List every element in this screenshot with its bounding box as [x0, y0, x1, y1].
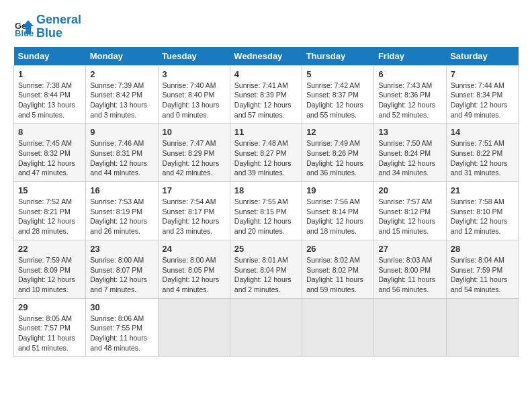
day-number: 6 [378, 69, 441, 79]
day-number: 11 [234, 127, 298, 137]
day-info: Sunrise: 7:49 AMSunset: 8:26 PMDaylight:… [306, 138, 369, 178]
calendar-cell: 22Sunrise: 7:59 AMSunset: 8:09 PMDayligh… [14, 240, 86, 298]
day-info: Sunrise: 8:01 AMSunset: 8:04 PMDaylight:… [234, 255, 298, 295]
column-header-thursday: Thursday [302, 47, 374, 66]
day-number: 9 [90, 127, 153, 137]
day-info: Sunrise: 7:56 AMSunset: 8:14 PMDaylight:… [306, 197, 369, 236]
calendar-cell: 21Sunrise: 7:58 AMSunset: 8:10 PMDayligh… [446, 182, 518, 240]
calendar-cell: 8Sunrise: 7:45 AMSunset: 8:32 PMDaylight… [14, 124, 86, 182]
day-number: 12 [306, 127, 369, 137]
day-number: 14 [451, 127, 514, 137]
day-info: Sunrise: 7:45 AMSunset: 8:32 PMDaylight:… [18, 138, 81, 178]
calendar-cell: 16Sunrise: 7:53 AMSunset: 8:19 PMDayligh… [86, 182, 158, 240]
calendar-cell [374, 298, 446, 357]
calendar-cell: 18Sunrise: 7:55 AMSunset: 8:15 PMDayligh… [230, 182, 302, 240]
day-number: 5 [306, 69, 369, 79]
day-info: Sunrise: 7:52 AMSunset: 8:21 PMDaylight:… [18, 197, 81, 236]
calendar-cell: 30Sunrise: 8:06 AMSunset: 7:55 PMDayligh… [86, 298, 158, 357]
calendar-cell: 29Sunrise: 8:05 AMSunset: 7:57 PMDayligh… [14, 298, 86, 357]
day-info: Sunrise: 7:48 AMSunset: 8:27 PMDaylight:… [234, 138, 298, 178]
day-number: 21 [451, 185, 514, 195]
logo-text: General Blue [36, 13, 81, 40]
day-number: 24 [163, 244, 226, 254]
day-info: Sunrise: 8:04 AMSunset: 7:59 PMDaylight:… [451, 255, 514, 295]
day-info: Sunrise: 7:41 AMSunset: 8:39 PMDaylight:… [234, 81, 298, 120]
day-number: 16 [90, 185, 153, 195]
column-header-tuesday: Tuesday [158, 47, 230, 66]
day-info: Sunrise: 8:00 AMSunset: 8:07 PMDaylight:… [90, 255, 153, 295]
day-info: Sunrise: 7:59 AMSunset: 8:09 PMDaylight:… [18, 255, 81, 295]
day-number: 20 [378, 185, 441, 195]
day-number: 19 [306, 185, 369, 195]
calendar-table: SundayMondayTuesdayWednesdayThursdayFrid… [13, 47, 519, 357]
calendar-cell: 6Sunrise: 7:43 AMSunset: 8:36 PMDaylight… [374, 65, 446, 124]
day-number: 30 [90, 302, 153, 312]
calendar-week-3: 15Sunrise: 7:52 AMSunset: 8:21 PMDayligh… [14, 182, 519, 240]
day-number: 15 [18, 185, 81, 195]
calendar-cell: 27Sunrise: 8:03 AMSunset: 8:00 PMDayligh… [374, 240, 446, 298]
day-number: 25 [234, 244, 298, 254]
column-header-monday: Monday [86, 47, 158, 66]
calendar-cell: 24Sunrise: 8:00 AMSunset: 8:05 PMDayligh… [158, 240, 230, 298]
calendar-cell [230, 298, 302, 357]
calendar-cell: 11Sunrise: 7:48 AMSunset: 8:27 PMDayligh… [230, 124, 302, 182]
day-number: 3 [163, 69, 226, 79]
day-info: Sunrise: 7:53 AMSunset: 8:19 PMDaylight:… [90, 197, 153, 236]
day-info: Sunrise: 7:57 AMSunset: 8:12 PMDaylight:… [378, 197, 441, 236]
day-info: Sunrise: 8:03 AMSunset: 8:00 PMDaylight:… [378, 255, 441, 295]
day-number: 2 [90, 69, 153, 79]
calendar-cell: 14Sunrise: 7:51 AMSunset: 8:22 PMDayligh… [446, 124, 518, 182]
calendar-week-1: 1Sunrise: 7:38 AMSunset: 8:44 PMDaylight… [14, 65, 519, 124]
day-info: Sunrise: 7:42 AMSunset: 8:37 PMDaylight:… [306, 81, 369, 120]
day-info: Sunrise: 8:02 AMSunset: 8:02 PMDaylight:… [306, 255, 369, 295]
calendar-cell: 25Sunrise: 8:01 AMSunset: 8:04 PMDayligh… [230, 240, 302, 298]
day-number: 7 [451, 69, 514, 79]
calendar-cell: 23Sunrise: 8:00 AMSunset: 8:07 PMDayligh… [86, 240, 158, 298]
day-number: 22 [18, 244, 81, 254]
day-number: 1 [18, 69, 81, 79]
day-info: Sunrise: 8:00 AMSunset: 8:05 PMDaylight:… [163, 255, 226, 295]
logo-icon: Gen Blue [13, 17, 34, 37]
calendar-cell: 2Sunrise: 7:39 AMSunset: 8:42 PMDaylight… [86, 65, 158, 124]
logo: Gen Blue General Blue [13, 13, 81, 40]
calendar-cell: 20Sunrise: 7:57 AMSunset: 8:12 PMDayligh… [374, 182, 446, 240]
calendar-cell: 17Sunrise: 7:54 AMSunset: 8:17 PMDayligh… [158, 182, 230, 240]
day-info: Sunrise: 7:40 AMSunset: 8:40 PMDaylight:… [163, 81, 226, 120]
column-header-wednesday: Wednesday [230, 47, 302, 66]
day-number: 18 [234, 185, 298, 195]
calendar-cell: 5Sunrise: 7:42 AMSunset: 8:37 PMDaylight… [302, 65, 374, 124]
day-info: Sunrise: 7:39 AMSunset: 8:42 PMDaylight:… [90, 81, 153, 120]
day-number: 27 [378, 244, 441, 254]
day-info: Sunrise: 7:38 AMSunset: 8:44 PMDaylight:… [18, 81, 81, 120]
calendar-cell: 12Sunrise: 7:49 AMSunset: 8:26 PMDayligh… [302, 124, 374, 182]
calendar-cell: 1Sunrise: 7:38 AMSunset: 8:44 PMDaylight… [14, 65, 86, 124]
calendar-cell: 7Sunrise: 7:44 AMSunset: 8:34 PMDaylight… [446, 65, 518, 124]
calendar-cell: 9Sunrise: 7:46 AMSunset: 8:31 PMDaylight… [86, 124, 158, 182]
day-info: Sunrise: 7:51 AMSunset: 8:22 PMDaylight:… [451, 138, 514, 178]
day-info: Sunrise: 7:46 AMSunset: 8:31 PMDaylight:… [90, 138, 153, 178]
calendar-week-2: 8Sunrise: 7:45 AMSunset: 8:32 PMDaylight… [14, 124, 519, 182]
day-number: 23 [90, 244, 153, 254]
day-info: Sunrise: 7:47 AMSunset: 8:29 PMDaylight:… [163, 138, 226, 178]
day-info: Sunrise: 7:43 AMSunset: 8:36 PMDaylight:… [378, 81, 441, 120]
day-info: Sunrise: 8:05 AMSunset: 7:57 PMDaylight:… [18, 314, 81, 353]
calendar-week-4: 22Sunrise: 7:59 AMSunset: 8:09 PMDayligh… [14, 240, 519, 298]
calendar-cell: 13Sunrise: 7:50 AMSunset: 8:24 PMDayligh… [374, 124, 446, 182]
calendar-cell: 4Sunrise: 7:41 AMSunset: 8:39 PMDaylight… [230, 65, 302, 124]
day-number: 17 [163, 185, 226, 195]
calendar-cell [446, 298, 518, 357]
day-number: 26 [306, 244, 369, 254]
day-info: Sunrise: 7:58 AMSunset: 8:10 PMDaylight:… [451, 197, 514, 236]
day-info: Sunrise: 7:50 AMSunset: 8:24 PMDaylight:… [378, 138, 441, 178]
column-header-sunday: Sunday [14, 47, 86, 66]
column-header-friday: Friday [374, 47, 446, 66]
calendar-cell: 19Sunrise: 7:56 AMSunset: 8:14 PMDayligh… [302, 182, 374, 240]
calendar-cell: 15Sunrise: 7:52 AMSunset: 8:21 PMDayligh… [14, 182, 86, 240]
calendar-cell [302, 298, 374, 357]
calendar-cell [158, 298, 230, 357]
calendar-cell: 3Sunrise: 7:40 AMSunset: 8:40 PMDaylight… [158, 65, 230, 124]
calendar-cell: 26Sunrise: 8:02 AMSunset: 8:02 PMDayligh… [302, 240, 374, 298]
day-number: 29 [18, 302, 81, 312]
calendar-week-5: 29Sunrise: 8:05 AMSunset: 7:57 PMDayligh… [14, 298, 519, 357]
day-number: 28 [451, 244, 514, 254]
